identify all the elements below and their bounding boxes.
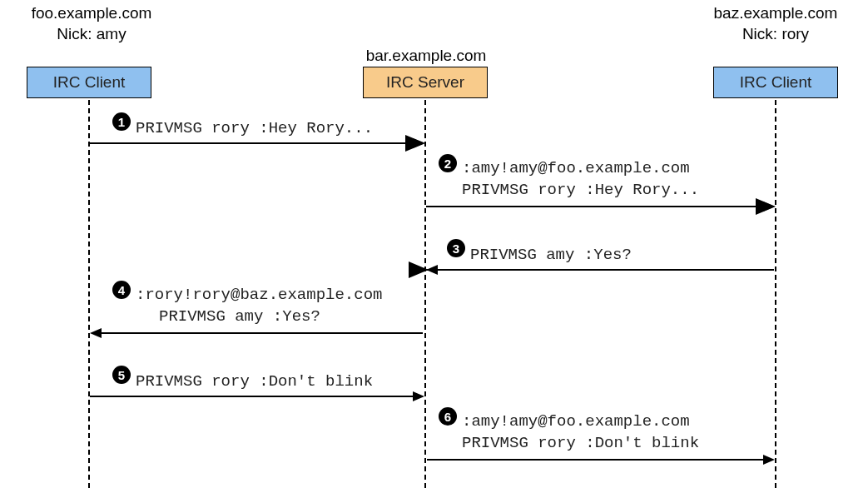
participant-right-host: baz.example.com — [714, 4, 838, 22]
participant-box-client-right: IRC Client — [713, 67, 838, 98]
msg-4-line1: :rory!rory@baz.example.com — [136, 286, 382, 304]
msg-6-line2: PRIVMSG rory :Don't blink — [462, 434, 699, 452]
participant-box-server: IRC Server — [363, 67, 488, 98]
participant-left-header: foo.example.com Nick: amy — [8, 3, 175, 44]
participant-box-server-label: IRC Server — [386, 73, 464, 92]
msg-6: :amy!amy@foo.example.com PRIVMSG rory :D… — [462, 411, 699, 454]
lifeline-client-right — [775, 100, 776, 488]
participant-box-client-right-label: IRC Client — [740, 73, 812, 92]
step-num-6: 6 — [444, 410, 451, 424]
lifeline-client-left — [88, 100, 90, 488]
msg-2-line1: :amy!amy@foo.example.com — [462, 159, 690, 177]
step-badge-3: 3 — [447, 239, 465, 257]
msg-2-line2: PRIVMSG rory :Hey Rory... — [462, 181, 699, 199]
step-num-3: 3 — [453, 242, 459, 256]
sequence-diagram: foo.example.com Nick: amy bar.example.co… — [0, 0, 868, 488]
msg-6-line1: :amy!amy@foo.example.com — [462, 412, 690, 431]
step-badge-5: 5 — [112, 366, 131, 384]
step-num-1: 1 — [118, 115, 125, 129]
msg-2: :amy!amy@foo.example.com PRIVMSG rory :H… — [462, 158, 699, 201]
participant-left-nick: Nick: amy — [57, 25, 126, 42]
lifeline-server — [424, 100, 426, 488]
participant-middle-header: bar.example.com — [343, 46, 509, 67]
msg-3: PRIVMSG amy :Yes? — [470, 245, 632, 266]
msg-5: PRIVMSG rory :Don't blink — [136, 371, 373, 393]
participant-right-header: baz.example.com Nick: rory — [692, 3, 859, 44]
participant-box-client-left-label: IRC Client — [53, 73, 126, 92]
msg-1-line1: PRIVMSG rory :Hey Rory... — [136, 119, 373, 137]
msg-5-line1: PRIVMSG rory :Don't blink — [136, 372, 373, 391]
participant-middle-host: bar.example.com — [366, 47, 487, 64]
step-num-4: 4 — [118, 283, 125, 297]
step-num-5: 5 — [118, 368, 125, 382]
step-num-2: 2 — [444, 157, 451, 171]
msg-3-line1: PRIVMSG amy :Yes? — [470, 246, 632, 264]
step-badge-2: 2 — [439, 154, 457, 172]
step-badge-6: 6 — [439, 407, 457, 426]
step-badge-1: 1 — [112, 112, 131, 131]
msg-4: :rory!rory@baz.example.com PRIVMSG amy :… — [136, 285, 382, 327]
msg-4-line2: PRIVMSG amy :Yes? — [136, 307, 320, 326]
step-badge-4: 4 — [112, 281, 131, 299]
participant-left-host: foo.example.com — [32, 4, 152, 22]
msg-1: PRIVMSG rory :Hey Rory... — [136, 118, 373, 140]
participant-right-nick: Nick: rory — [742, 25, 809, 42]
participant-box-client-left: IRC Client — [27, 67, 151, 98]
